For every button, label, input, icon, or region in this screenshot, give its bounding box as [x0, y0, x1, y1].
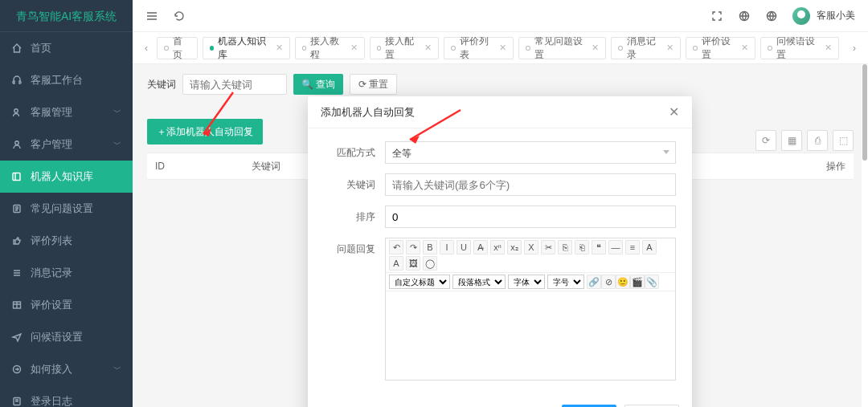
thumb-icon — [11, 235, 23, 246]
editor-btn-15[interactable]: A — [642, 240, 657, 254]
refresh-icon[interactable] — [173, 10, 186, 22]
editor-paragraph-select[interactable]: 段落格式 — [452, 275, 506, 289]
editor-btn-9[interactable]: ✂ — [541, 240, 555, 254]
search-button[interactable]: 🔍查询 — [293, 74, 343, 95]
tab-dot-icon — [693, 46, 698, 51]
editor-btn-16[interactable]: A — [389, 256, 403, 271]
editor-btn-0[interactable]: ↶ — [389, 240, 403, 254]
grid-refresh-icon[interactable]: ⟳ — [755, 130, 776, 151]
tabs-next-icon[interactable]: › — [849, 43, 860, 54]
close-icon[interactable]: ✕ — [592, 43, 599, 53]
editor-btn-11[interactable]: ⎗ — [575, 240, 589, 254]
close-icon[interactable]: ✕ — [499, 43, 506, 53]
close-icon[interactable]: ✕ — [669, 104, 679, 120]
editor-icon-3[interactable]: 🎬 — [630, 275, 645, 289]
close-icon[interactable]: ✕ — [741, 43, 748, 53]
svg-point-0 — [14, 109, 18, 112]
grid-export-icon[interactable]: ⬚ — [833, 130, 854, 151]
tab-7[interactable]: 评价设置✕ — [686, 37, 755, 59]
modal-header: 添加机器人自动回复 ✕ — [308, 96, 692, 128]
editor-btn-1[interactable]: ↷ — [406, 240, 420, 254]
close-icon[interactable]: ✕ — [666, 43, 674, 53]
editor-icon-0[interactable]: 🔗 — [587, 275, 601, 289]
tab-dot-icon — [210, 46, 215, 51]
tab-3[interactable]: 接入配置✕ — [370, 37, 440, 59]
svg-point-1 — [15, 141, 18, 144]
grid-print-icon[interactable]: ⎙ — [807, 130, 828, 151]
user-icon — [11, 139, 23, 150]
tabs-prev-icon[interactable]: ‹ — [141, 43, 152, 54]
sidebar-item-rating-list[interactable]: 评价列表 — [0, 225, 133, 257]
scrollbar-thumb[interactable] — [862, 64, 867, 161]
sidebar-item-howto[interactable]: 如何接入 ﹀ — [0, 353, 133, 385]
sidebar: 青鸟智能AI客服系统 首页 客服工作台 客服管理 ﹀ 客户管理 ﹀ 机器人知识库… — [0, 0, 133, 407]
editor-btn-12[interactable]: ❝ — [592, 240, 606, 254]
menu-toggle-icon[interactable] — [145, 10, 158, 22]
editor-btn-10[interactable]: ⎘ — [558, 240, 572, 254]
editor-btn-5[interactable]: A̶ — [473, 240, 488, 254]
add-bot-reply-button[interactable]: ＋添加机器人自动回复 — [147, 119, 263, 144]
tab-4[interactable]: 评价列表✕ — [444, 37, 514, 59]
editor-icon-4[interactable]: 📎 — [645, 275, 659, 289]
search-icon: 🔍 — [301, 79, 313, 90]
editor-btn-6[interactable]: xⁿ — [490, 240, 505, 254]
list-icon — [11, 267, 23, 279]
sidebar-item-greeting[interactable]: 问候语设置 — [0, 321, 133, 353]
close-icon[interactable]: ✕ — [276, 43, 283, 53]
editor-btn-8[interactable]: X — [524, 240, 538, 254]
rich-text-editor: ↶↷BIUA̶xⁿx₂X✂⎘⎗❝—≡AA🖼◯ 自定义标题 段落格式 字体 字号 … — [385, 238, 676, 381]
editor-btn-17[interactable]: 🖼 — [406, 256, 420, 271]
keyword-input[interactable] — [385, 173, 676, 196]
sort-input[interactable] — [385, 206, 676, 228]
fullscreen-icon[interactable] — [710, 10, 723, 22]
editor-btn-14[interactable]: ≡ — [625, 240, 640, 254]
tab-dot-icon — [302, 46, 307, 51]
modal-title: 添加机器人自动回复 — [321, 105, 669, 120]
sidebar-item-customer-mgmt[interactable]: 客户管理 ﹀ — [0, 128, 133, 161]
sidebar-item-messages[interactable]: 消息记录 — [0, 257, 133, 289]
search-input[interactable] — [182, 74, 287, 95]
editor-btn-13[interactable]: — — [608, 240, 623, 254]
editor-btn-2[interactable]: B — [423, 240, 437, 254]
sidebar-item-workbench[interactable]: 客服工作台 — [0, 64, 133, 96]
globe-icon[interactable] — [738, 10, 751, 22]
avatar[interactable] — [792, 7, 810, 25]
editor-font-select[interactable]: 字体 — [508, 275, 545, 289]
globe-icon[interactable] — [765, 10, 778, 22]
sidebar-item-rating-setting[interactable]: 评价设置 — [0, 289, 133, 321]
send-icon — [11, 332, 23, 343]
tab-5[interactable]: 常见问题设置✕ — [518, 37, 606, 59]
editor-btn-18[interactable]: ◯ — [423, 256, 437, 271]
grid-columns-icon[interactable]: ▦ — [781, 130, 802, 151]
tab-dot-icon — [164, 46, 169, 51]
sidebar-item-faq[interactable]: 常见问题设置 — [0, 193, 133, 225]
search-reset-button[interactable]: ⟳重置 — [350, 74, 397, 95]
sidebar-item-home[interactable]: 首页 — [0, 32, 133, 64]
editor-btn-3[interactable]: I — [440, 240, 454, 254]
chevron-down-icon: ﹀ — [113, 107, 121, 118]
editor-btn-7[interactable]: x₂ — [507, 240, 522, 254]
editor-textarea[interactable] — [386, 291, 675, 380]
match-type-select[interactable]: 全等 — [385, 141, 676, 164]
scrollbar[interactable] — [862, 64, 868, 407]
editor-size-select[interactable]: 字号 — [547, 275, 584, 289]
home-icon — [11, 43, 23, 54]
sidebar-item-login-log[interactable]: 登录日志 — [0, 385, 133, 407]
close-icon[interactable]: ✕ — [424, 43, 432, 53]
tab-0[interactable]: 首页 — [157, 37, 198, 59]
chevron-down-icon — [663, 150, 669, 154]
editor-icon-1[interactable]: ⊘ — [601, 275, 616, 289]
sidebar-item-agent-mgmt[interactable]: 客服管理 ﹀ — [0, 96, 133, 128]
tab-1[interactable]: 机器人知识库✕ — [203, 37, 290, 59]
close-icon[interactable]: ✕ — [350, 43, 358, 53]
tab-8[interactable]: 问候语设置✕ — [760, 37, 839, 59]
editor-heading-select[interactable]: 自定义标题 — [389, 275, 450, 289]
username[interactable]: 客服小美 — [817, 9, 855, 22]
editor-btn-4[interactable]: U — [457, 240, 471, 254]
sidebar-item-bot-kb[interactable]: 机器人知识库 — [0, 161, 133, 193]
doc-icon — [11, 203, 23, 214]
tab-6[interactable]: 消息记录✕ — [611, 37, 681, 59]
editor-icon-2[interactable]: 🙂 — [616, 275, 630, 289]
tab-2[interactable]: 接入教程✕ — [295, 37, 365, 59]
close-icon[interactable]: ✕ — [825, 43, 832, 53]
